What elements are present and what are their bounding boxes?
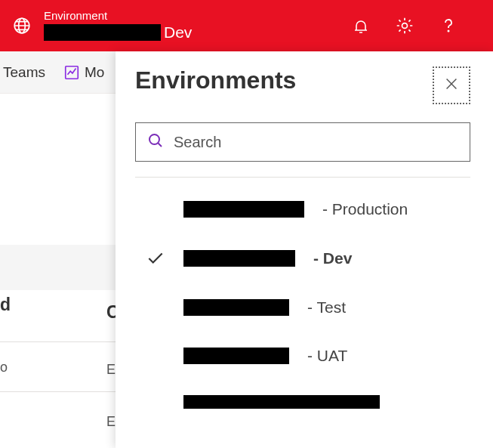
environment-suffix: Dev xyxy=(164,23,192,42)
svg-point-5 xyxy=(149,134,159,144)
search-icon xyxy=(146,131,165,153)
panel-divider xyxy=(135,177,470,178)
nav-more-label: Mo xyxy=(85,64,104,81)
bg-cell-2: E xyxy=(106,362,116,378)
chart-icon xyxy=(63,64,80,81)
panel-title: Environments xyxy=(135,66,296,94)
redacted-env-name xyxy=(183,250,295,267)
close-icon xyxy=(443,76,460,95)
nav-more[interactable]: Mo xyxy=(63,64,104,81)
redacted-env-name xyxy=(183,348,289,364)
help-icon[interactable] xyxy=(439,16,458,36)
environment-item-production[interactable]: - Production xyxy=(143,200,470,218)
search-box[interactable] xyxy=(135,122,470,162)
environment-suffix: - Test xyxy=(307,298,346,317)
checkmark-icon xyxy=(143,249,168,268)
gear-icon[interactable] xyxy=(395,16,414,36)
environment-item-dev[interactable]: - Dev xyxy=(143,249,470,268)
header-left: Environment Dev xyxy=(12,9,192,42)
bg-column-header-1: d xyxy=(0,295,11,315)
redacted-env-name xyxy=(183,201,304,218)
bg-cell-3: E xyxy=(106,414,116,430)
environment-value: Dev xyxy=(44,23,192,42)
environment-item-uat[interactable]: - UAT xyxy=(143,347,470,365)
redacted-env-extra xyxy=(183,395,380,409)
notifications-icon[interactable] xyxy=(351,16,371,36)
redacted-env-name xyxy=(183,299,289,316)
environment-item-test[interactable]: - Test xyxy=(143,298,470,317)
environment-suffix: - Dev xyxy=(313,249,352,267)
search-input[interactable] xyxy=(174,134,459,151)
environment-suffix: - UAT xyxy=(307,347,347,365)
svg-point-3 xyxy=(448,30,448,31)
svg-point-2 xyxy=(402,23,408,29)
nav-teams[interactable]: Teams xyxy=(3,64,45,81)
waffle-icon[interactable] xyxy=(12,16,32,36)
redacted-env-name xyxy=(44,24,161,41)
app-header: Environment Dev xyxy=(0,0,493,51)
environment-suffix: - Production xyxy=(322,200,408,218)
nav-teams-label: Teams xyxy=(3,64,45,81)
environment-selector[interactable]: Environment Dev xyxy=(44,9,192,42)
bg-cell-1: o xyxy=(0,360,8,375)
environment-label: Environment xyxy=(44,9,192,23)
environments-panel: Environments - Production xyxy=(116,51,493,448)
panel-header: Environments xyxy=(135,66,470,104)
close-button[interactable] xyxy=(433,66,470,104)
header-actions xyxy=(351,16,481,36)
environment-list: - Production - Dev - Test - UAT xyxy=(135,200,470,409)
